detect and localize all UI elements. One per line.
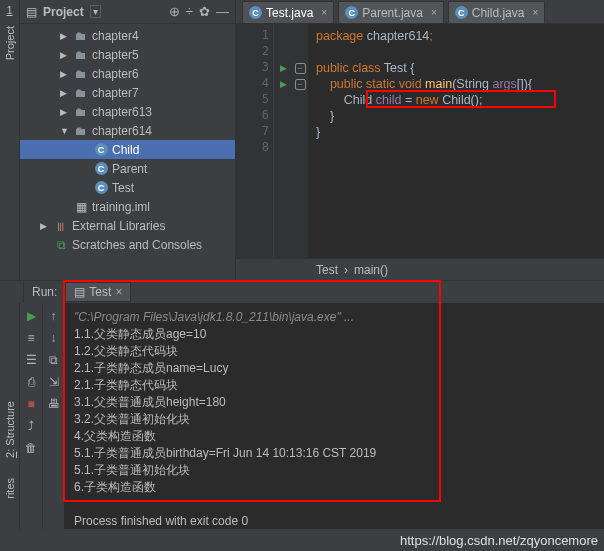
- tab-label: Child.java: [472, 6, 525, 20]
- gear-icon[interactable]: ✿: [199, 4, 210, 19]
- close-icon[interactable]: ×: [321, 7, 327, 18]
- project-sidebar: ▤ Project ▾ ⊕ ÷ ✿ — ▶🖿chapter4▶🖿chapter5…: [20, 0, 236, 280]
- scroll-icon[interactable]: ⇲: [49, 375, 59, 389]
- run-tab[interactable]: ▤ Test ×: [65, 282, 131, 302]
- tree-item[interactable]: ▶🖿chapter7: [20, 83, 235, 102]
- tree-item[interactable]: ▦training.iml: [20, 197, 235, 216]
- arrow-icon[interactable]: ▶: [40, 221, 50, 231]
- tab-label: Parent.java: [362, 6, 423, 20]
- breadcrumb-class[interactable]: Test: [316, 263, 338, 277]
- editor-tab[interactable]: CTest.java×: [242, 1, 334, 23]
- class-icon: C: [249, 6, 262, 19]
- file-icon: ▦: [74, 200, 88, 214]
- close-icon[interactable]: ×: [532, 7, 538, 18]
- folder-icon: 🖿: [74, 105, 88, 119]
- project-dropdown-icon[interactable]: ▾: [90, 5, 101, 18]
- tree-label: chapter614: [92, 124, 152, 138]
- run-tools-primary: ▶ ≡ ☰ ⎙ ■ ⤴ 🗑: [20, 303, 42, 529]
- chevron-right-icon: ›: [344, 263, 348, 277]
- tree-item[interactable]: CChild: [20, 140, 235, 159]
- arrow-icon[interactable]: ▶: [60, 88, 70, 98]
- trash-icon[interactable]: 🗑: [25, 441, 37, 455]
- tree-item[interactable]: ▶🖿chapter6: [20, 64, 235, 83]
- editor-tab[interactable]: CParent.java×: [338, 1, 444, 23]
- tree-item[interactable]: ⧉Scratches and Consoles: [20, 235, 235, 254]
- aim-icon[interactable]: ⊕: [169, 4, 180, 19]
- tree-item[interactable]: ▶🖿chapter4: [20, 26, 235, 45]
- class-icon: C: [455, 6, 468, 19]
- tree-label: chapter5: [92, 48, 139, 62]
- collapse-icon[interactable]: ÷: [186, 4, 193, 19]
- print-icon[interactable]: 🖶: [48, 397, 60, 411]
- editor-area: CTest.java×CParent.java×CChild.java× 123…: [236, 0, 604, 280]
- tree-item[interactable]: ▶🖿chapter613: [20, 102, 235, 121]
- run-gutter-icon[interactable]: ▶: [280, 63, 287, 73]
- project-tool-num: 1: [6, 4, 12, 16]
- class-icon: C: [94, 162, 108, 175]
- exit-icon[interactable]: ⤴: [28, 419, 34, 433]
- up-icon[interactable]: ↑: [51, 309, 57, 323]
- filter-icon[interactable]: ☰: [26, 353, 37, 367]
- icon-gutter: ▶ ▶: [274, 24, 292, 258]
- run-label: Run:: [24, 285, 65, 299]
- folder-icon: 🖿: [74, 48, 88, 62]
- favorites-tool-label[interactable]: rites: [4, 478, 16, 499]
- wrap-icon[interactable]: ⧉: [49, 353, 58, 367]
- watermark: https://blog.csdn.net/zqyoncemore: [400, 533, 598, 548]
- folder-icon: 🖿: [74, 67, 88, 81]
- sidebar-header: ▤ Project ▾ ⊕ ÷ ✿ —: [20, 0, 235, 24]
- tree-label: Parent: [112, 162, 147, 176]
- tree-label: External Libraries: [72, 219, 165, 233]
- arrow-icon[interactable]: ▶: [60, 69, 70, 79]
- tree-label: chapter7: [92, 86, 139, 100]
- project-tool-label[interactable]: Project: [4, 26, 16, 60]
- arrow-icon[interactable]: ▶: [60, 107, 70, 117]
- tree-label: training.iml: [92, 200, 150, 214]
- close-icon[interactable]: ×: [431, 7, 437, 18]
- breadcrumb-method[interactable]: main(): [354, 263, 388, 277]
- run-header: Run: ▤ Test ×: [0, 281, 604, 303]
- arrow-icon[interactable]: ▶: [60, 50, 70, 60]
- scratch-icon: ⧉: [54, 238, 68, 252]
- run-body: 2: Structure rites ▶ ≡ ☰ ⎙ ■ ⤴ 🗑 ↑ ↓ ⧉ ⇲…: [0, 303, 604, 529]
- library-icon: ⫼: [54, 219, 68, 233]
- class-icon: C: [345, 6, 358, 19]
- tree-label: chapter4: [92, 29, 139, 43]
- breadcrumb: Test › main(): [236, 258, 604, 280]
- arrow-icon[interactable]: ▶: [60, 31, 70, 41]
- stop-icon[interactable]: ■: [27, 397, 34, 411]
- project-tree[interactable]: ▶🖿chapter4▶🖿chapter5▶🖿chapter6▶🖿chapter7…: [20, 24, 235, 280]
- pin-icon[interactable]: ⎙: [28, 375, 35, 389]
- editor-tab[interactable]: CChild.java×: [448, 1, 546, 23]
- layout-icon[interactable]: ≡: [27, 331, 34, 345]
- tree-item[interactable]: CParent: [20, 159, 235, 178]
- close-icon[interactable]: ×: [115, 285, 122, 299]
- folder-icon: 🖿: [74, 86, 88, 100]
- console-output[interactable]: "C:\Program Files\Java\jdk1.8.0_211\bin\…: [64, 303, 604, 529]
- rerun-icon[interactable]: ▶: [27, 309, 36, 323]
- fold-gutter: − −: [292, 24, 308, 258]
- folder-icon: 🖿: [74, 124, 88, 138]
- code-text[interactable]: package chapter614; public class Test { …: [308, 24, 604, 258]
- run-gutter-icon[interactable]: ▶: [280, 79, 287, 89]
- structure-tool-label[interactable]: 2: Structure: [4, 401, 16, 458]
- down-icon[interactable]: ↓: [51, 331, 57, 345]
- tree-item[interactable]: ▶⫼External Libraries: [20, 216, 235, 235]
- tree-label: Child: [112, 143, 139, 157]
- class-icon: C: [94, 181, 108, 194]
- tree-label: chapter613: [92, 105, 152, 119]
- fold-icon[interactable]: −: [295, 79, 306, 90]
- fold-icon[interactable]: −: [295, 63, 306, 74]
- sidebar-title: Project: [43, 5, 84, 19]
- tree-item[interactable]: ▶🖿chapter5: [20, 45, 235, 64]
- arrow-icon[interactable]: ▼: [60, 126, 70, 136]
- code-area: 12345678 ▶ ▶ − − package chapter614; pub…: [236, 24, 604, 258]
- class-icon: C: [94, 143, 108, 156]
- line-gutter: 12345678: [236, 24, 274, 258]
- project-icon: ▤: [26, 5, 37, 19]
- tree-item[interactable]: CTest: [20, 178, 235, 197]
- hide-icon[interactable]: —: [216, 4, 229, 19]
- tree-label: Scratches and Consoles: [72, 238, 202, 252]
- tree-item[interactable]: ▼🖿chapter614: [20, 121, 235, 140]
- tab-label: Test.java: [266, 6, 313, 20]
